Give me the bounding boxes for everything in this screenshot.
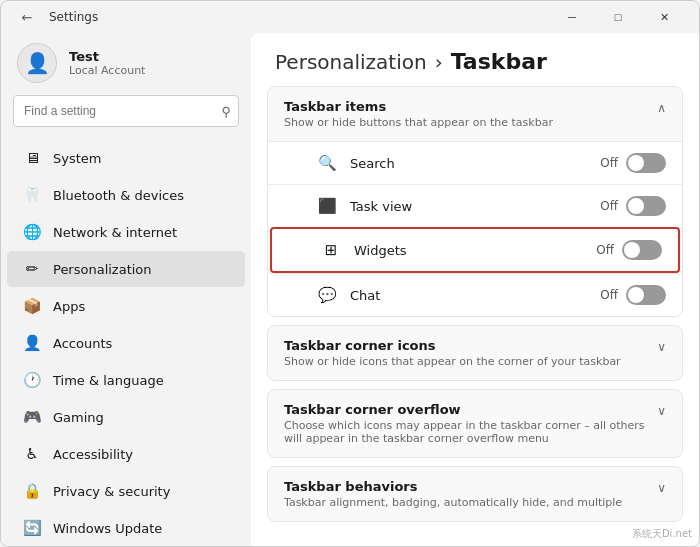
maximize-button[interactable]: □ xyxy=(595,1,641,33)
section-taskbar_corner_overflow: Taskbar corner overflow Choose which ico… xyxy=(267,389,683,458)
row-label-chat: Chat xyxy=(350,288,600,303)
user-name: Test xyxy=(69,49,145,64)
toggle-search[interactable] xyxy=(626,153,666,173)
avatar: 👤 xyxy=(17,43,57,83)
nav-icon-privacy: 🔒 xyxy=(23,482,41,500)
nav-label-personalization: Personalization xyxy=(53,262,152,277)
sidebar-item-bluetooth[interactable]: 🦷 Bluetooth & devices xyxy=(7,177,245,213)
back-button[interactable]: ← xyxy=(13,3,41,31)
chevron-taskbar_behaviors: ∨ xyxy=(657,481,666,495)
nav-label-gaming: Gaming xyxy=(53,410,104,425)
nav-label-network: Network & internet xyxy=(53,225,177,240)
user-info: Test Local Account xyxy=(69,49,145,77)
toggle-knob-task_view xyxy=(628,198,644,214)
sidebar-item-privacy[interactable]: 🔒 Privacy & security xyxy=(7,473,245,509)
section-header-taskbar_corner_overflow[interactable]: Taskbar corner overflow Choose which ico… xyxy=(268,390,682,457)
row-icon-chat: 💬 xyxy=(316,284,338,306)
toggle-knob-chat xyxy=(628,287,644,303)
user-section: 👤 Test Local Account xyxy=(1,33,251,95)
search-box: ⚲ xyxy=(13,95,239,127)
nav-label-apps: Apps xyxy=(53,299,85,314)
sidebar-item-network[interactable]: 🌐 Network & internet xyxy=(7,214,245,250)
row-status-widgets: Off xyxy=(596,243,614,257)
nav-icon-windows_update: 🔄 xyxy=(23,519,41,537)
row-icon-search: 🔍 xyxy=(316,152,338,174)
sidebar-item-windows_update[interactable]: 🔄 Windows Update xyxy=(7,510,245,546)
nav-icon-system: 🖥 xyxy=(23,149,41,167)
watermark: 系统天Di.net xyxy=(632,527,692,541)
nav-label-privacy: Privacy & security xyxy=(53,484,170,499)
titlebar-left: ← Settings xyxy=(13,3,98,31)
section-title-taskbar_corner_icons: Taskbar corner icons xyxy=(284,338,621,353)
content-area: Personalization › Taskbar Taskbar items … xyxy=(251,33,699,546)
window-controls: ─ □ ✕ xyxy=(549,1,687,33)
content-header: Personalization › Taskbar xyxy=(251,33,699,86)
nav-icon-gaming: 🎮 xyxy=(23,408,41,426)
toggle-knob-search xyxy=(628,155,644,171)
section-subtitle-taskbar_corner_icons: Show or hide icons that appear on the co… xyxy=(284,355,621,368)
section-title-taskbar_behaviors: Taskbar behaviors xyxy=(284,479,622,494)
sections-list: Taskbar items Show or hide buttons that … xyxy=(267,86,683,522)
toggle-widgets[interactable] xyxy=(622,240,662,260)
search-input[interactable] xyxy=(13,95,239,127)
main-layout: 👤 Test Local Account ⚲ 🖥 System 🦷 Blueto… xyxy=(1,33,699,546)
row-status-chat: Off xyxy=(600,288,618,302)
sidebar-item-apps[interactable]: 📦 Apps xyxy=(7,288,245,324)
section-taskbar_behaviors: Taskbar behaviors Taskbar alignment, bad… xyxy=(267,466,683,522)
row-status-search: Off xyxy=(600,156,618,170)
section-header-taskbar_corner_icons[interactable]: Taskbar corner icons Show or hide icons … xyxy=(268,326,682,380)
section-subtitle-taskbar_corner_overflow: Choose which icons may appear in the tas… xyxy=(284,419,657,445)
section-header-taskbar_behaviors[interactable]: Taskbar behaviors Taskbar alignment, bad… xyxy=(268,467,682,521)
section-title-group-taskbar_corner_overflow: Taskbar corner overflow Choose which ico… xyxy=(284,402,657,445)
section-taskbar_items: Taskbar items Show or hide buttons that … xyxy=(267,86,683,317)
search-icon: ⚲ xyxy=(221,104,231,119)
section-title-group-taskbar_items: Taskbar items Show or hide buttons that … xyxy=(284,99,553,129)
nav-label-bluetooth: Bluetooth & devices xyxy=(53,188,184,203)
row-label-widgets: Widgets xyxy=(354,243,596,258)
nav-icon-network: 🌐 xyxy=(23,223,41,241)
setting-row-task_view: ⬛ Task view Off xyxy=(268,184,682,227)
nav-label-accessibility: Accessibility xyxy=(53,447,133,462)
sidebar-item-accessibility[interactable]: ♿ Accessibility xyxy=(7,436,245,472)
section-taskbar_corner_icons: Taskbar corner icons Show or hide icons … xyxy=(267,325,683,381)
row-icon-task_view: ⬛ xyxy=(316,195,338,217)
nav-list: 🖥 System 🦷 Bluetooth & devices 🌐 Network… xyxy=(1,139,251,546)
sidebar-item-system[interactable]: 🖥 System xyxy=(7,140,245,176)
breadcrumb-current: Taskbar xyxy=(451,49,547,74)
row-label-task_view: Task view xyxy=(350,199,600,214)
chevron-taskbar_corner_overflow: ∨ xyxy=(657,404,666,418)
nav-icon-personalization: ✏ xyxy=(23,260,41,278)
breadcrumb-separator: › xyxy=(435,50,443,74)
content-body: Taskbar items Show or hide buttons that … xyxy=(251,86,699,546)
nav-icon-accounts: 👤 xyxy=(23,334,41,352)
row-icon-widgets: ⊞ xyxy=(320,239,342,261)
chevron-taskbar_items: ∧ xyxy=(657,101,666,115)
setting-row-search: 🔍 Search Off xyxy=(268,141,682,184)
section-subtitle-taskbar_behaviors: Taskbar alignment, badging, automaticall… xyxy=(284,496,622,509)
sidebar-item-accounts[interactable]: 👤 Accounts xyxy=(7,325,245,361)
section-title-taskbar_items: Taskbar items xyxy=(284,99,553,114)
close-button[interactable]: ✕ xyxy=(641,1,687,33)
chevron-taskbar_corner_icons: ∨ xyxy=(657,340,666,354)
sidebar: 👤 Test Local Account ⚲ 🖥 System 🦷 Blueto… xyxy=(1,33,251,546)
titlebar: ← Settings ─ □ ✕ xyxy=(1,1,699,33)
row-status-task_view: Off xyxy=(600,199,618,213)
minimize-button[interactable]: ─ xyxy=(549,1,595,33)
breadcrumb: Personalization › Taskbar xyxy=(275,49,675,74)
nav-label-time: Time & language xyxy=(53,373,164,388)
toggle-chat[interactable] xyxy=(626,285,666,305)
nav-label-windows_update: Windows Update xyxy=(53,521,162,536)
section-subtitle-taskbar_items: Show or hide buttons that appear on the … xyxy=(284,116,553,129)
user-role: Local Account xyxy=(69,64,145,77)
sidebar-item-personalization[interactable]: ✏ Personalization xyxy=(7,251,245,287)
setting-row-widgets: ⊞ Widgets Off xyxy=(270,227,680,273)
toggle-task_view[interactable] xyxy=(626,196,666,216)
nav-label-system: System xyxy=(53,151,101,166)
nav-label-accounts: Accounts xyxy=(53,336,112,351)
breadcrumb-parent: Personalization xyxy=(275,50,427,74)
section-header-taskbar_items[interactable]: Taskbar items Show or hide buttons that … xyxy=(268,87,682,141)
toggle-knob-widgets xyxy=(624,242,640,258)
window-title: Settings xyxy=(49,10,98,24)
sidebar-item-time[interactable]: 🕐 Time & language xyxy=(7,362,245,398)
sidebar-item-gaming[interactable]: 🎮 Gaming xyxy=(7,399,245,435)
